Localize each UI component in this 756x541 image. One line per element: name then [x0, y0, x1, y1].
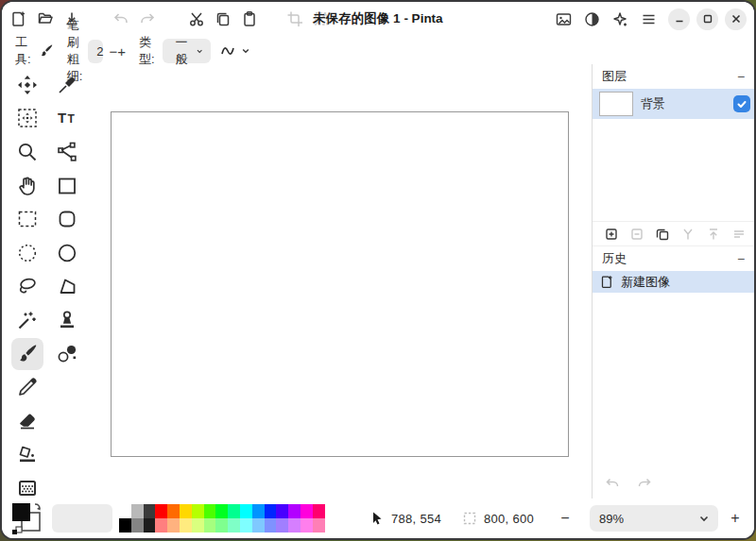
move-selection-icon — [16, 107, 39, 129]
zoom-tool[interactable] — [11, 136, 43, 168]
palette-swatch[interactable] — [265, 518, 277, 533]
canvas[interactable] — [111, 111, 569, 457]
main-menu-button[interactable] — [635, 6, 662, 32]
palette-swatch[interactable] — [252, 504, 265, 518]
lasso-select-tool[interactable] — [11, 270, 43, 302]
ellipse-tool[interactable] — [51, 237, 83, 269]
rounded-rectangle-tool[interactable] — [51, 203, 83, 235]
stroke-style-dropdown[interactable] — [220, 38, 249, 64]
palette-swatch[interactable] — [265, 504, 277, 518]
palette-swatch[interactable] — [144, 518, 156, 533]
palette-swatch[interactable] — [119, 518, 131, 533]
palette-swatch[interactable] — [240, 518, 252, 533]
rectangle-select-tool[interactable] — [11, 203, 43, 235]
palette-swatch[interactable] — [276, 504, 288, 518]
layers-panel-header: 图层 − — [593, 64, 754, 89]
palette-swatch[interactable] — [180, 518, 192, 533]
minimize-icon — [675, 14, 684, 24]
palette-swatch[interactable] — [204, 504, 216, 518]
palette-swatch[interactable] — [240, 504, 252, 518]
blend-type-dropdown[interactable]: 一般 — [163, 39, 211, 63]
paint-bucket-tool[interactable] — [11, 438, 43, 470]
palette-swatch[interactable] — [313, 504, 325, 518]
open-image-button[interactable] — [32, 6, 59, 32]
palette-swatch[interactable] — [180, 504, 192, 518]
hamburger-menu-icon — [640, 10, 658, 28]
palette-swatch[interactable] — [119, 504, 131, 518]
palette-swatch[interactable] — [167, 504, 180, 518]
line-curve-tool[interactable] — [51, 136, 83, 168]
adjustments-menu-button[interactable] — [578, 6, 605, 32]
merge-layer-down-button[interactable] — [678, 224, 698, 245]
freeform-shape-tool[interactable] — [51, 270, 83, 302]
brush-width-decrease-button[interactable]: − — [109, 40, 117, 63]
copy-button[interactable] — [210, 6, 236, 32]
zoom-out-button[interactable]: − — [554, 505, 576, 532]
move-layer-up-button[interactable] — [703, 224, 724, 245]
palette-swatch[interactable] — [288, 518, 301, 533]
new-image-button[interactable] — [6, 6, 32, 32]
palette-swatch[interactable] — [131, 518, 144, 533]
palette-swatch[interactable] — [204, 518, 216, 533]
palette-swatch[interactable] — [252, 518, 265, 533]
pan-tool[interactable] — [11, 170, 43, 202]
move-selected-tool[interactable] — [11, 69, 43, 101]
history-collapse-button[interactable]: − — [733, 251, 748, 266]
maximize-button[interactable] — [696, 8, 718, 30]
color-picker-tool[interactable] — [51, 69, 83, 101]
undo-button[interactable] — [108, 6, 134, 32]
zoom-level-dropdown[interactable]: 89% — [590, 505, 718, 532]
duplicate-layer-button[interactable] — [652, 224, 673, 245]
layers-collapse-button[interactable]: − — [733, 69, 748, 84]
text-tool[interactable]: TT — [51, 102, 83, 134]
cut-button[interactable] — [183, 6, 210, 32]
move-selection-tool[interactable] — [11, 102, 43, 134]
brush-width-input[interactable]: 2 — [88, 40, 103, 63]
palette-swatch[interactable] — [288, 504, 301, 518]
add-layer-button[interactable] — [601, 224, 622, 245]
paintbrush-tool[interactable] — [11, 338, 43, 370]
palette-swatch[interactable] — [131, 504, 144, 518]
eraser-tool[interactable] — [11, 405, 43, 437]
palette-swatch[interactable] — [313, 518, 325, 533]
palette-swatch[interactable] — [228, 504, 240, 518]
magic-wand-tool[interactable] — [11, 304, 43, 336]
image-menu-button[interactable] — [550, 6, 576, 32]
clone-stamp-tool[interactable] — [51, 304, 83, 336]
selection-size-icon — [463, 512, 476, 525]
zoom-in-button[interactable]: + — [724, 505, 747, 532]
palette-swatch[interactable] — [192, 504, 204, 518]
history-item-new-image[interactable]: 新建图像 — [593, 271, 754, 293]
duplicate-layer-icon — [655, 227, 670, 242]
palette-swatch[interactable] — [276, 518, 288, 533]
rectangle-tool[interactable] — [51, 170, 83, 202]
close-button[interactable] — [725, 8, 747, 30]
palette-swatch[interactable] — [228, 518, 240, 533]
minimize-button[interactable] — [668, 8, 690, 30]
palette-swatch[interactable] — [215, 504, 228, 518]
palette-swatch[interactable] — [155, 518, 167, 533]
redo-button[interactable] — [134, 6, 161, 32]
palette-swatch[interactable] — [301, 518, 313, 533]
palette-swatch[interactable] — [144, 504, 156, 518]
history-redo-button[interactable] — [634, 473, 655, 494]
palette-swatch[interactable] — [167, 518, 180, 533]
paint-bucket-icon — [16, 443, 39, 465]
history-undo-button[interactable] — [602, 473, 623, 494]
layer-visibility-checkbox[interactable] — [733, 95, 750, 112]
brush-width-increase-button[interactable]: + — [117, 40, 126, 63]
foreground-background-color-widget[interactable] — [9, 500, 45, 536]
paste-button[interactable] — [236, 6, 263, 32]
remove-layer-button[interactable] — [627, 224, 647, 245]
palette-swatch[interactable] — [215, 518, 228, 533]
crop-to-selection-button[interactable] — [282, 6, 308, 32]
palette-swatch[interactable] — [155, 504, 167, 518]
effects-menu-button[interactable] — [607, 6, 633, 32]
gradient-tool[interactable] — [51, 338, 83, 370]
layer-row-background[interactable]: 背景 — [593, 89, 754, 119]
pencil-tool[interactable] — [11, 371, 43, 403]
palette-swatch[interactable] — [301, 504, 313, 518]
layer-properties-button[interactable] — [729, 224, 749, 245]
ellipse-select-tool[interactable] — [11, 237, 43, 269]
palette-swatch[interactable] — [192, 518, 204, 533]
